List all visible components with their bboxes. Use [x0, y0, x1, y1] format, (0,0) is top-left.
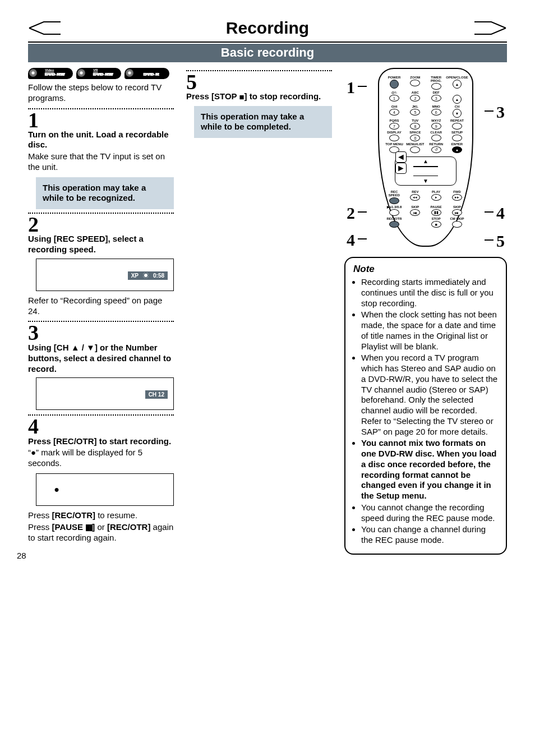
- enter-button[interactable]: ●: [452, 146, 462, 153]
- header-band: Recording: [28, 17, 507, 39]
- remote-callout-4-left: 4: [347, 231, 355, 250]
- key-0[interactable]: 0: [410, 135, 420, 141]
- note-list: Recording starts immediately and continu…: [353, 277, 498, 546]
- middle-column: 5 Press [STOP ■] to stop recording. This…: [186, 68, 332, 555]
- step-4-display: ●: [36, 473, 174, 506]
- x13-button[interactable]: [389, 209, 399, 216]
- ch-label: CH: [455, 105, 460, 108]
- return-button[interactable]: ↺: [431, 146, 441, 153]
- rec-speed-chip: XP 0:58: [128, 271, 168, 280]
- remote-illustration: 1 2 4 3 4 5 POWER ZOOM TIMER PROG.: [361, 68, 490, 247]
- note-heading: Note: [353, 264, 498, 275]
- key-3[interactable]: 3: [431, 95, 441, 102]
- step-4-title: Press [REC/OTR] to start recording.: [28, 436, 174, 447]
- note-item: When the clock setting has not been made…: [361, 310, 498, 352]
- timer-prog-button[interactable]: [431, 83, 441, 90]
- stop-button[interactable]: ■: [431, 221, 441, 228]
- pause-button[interactable]: ▮▮: [431, 209, 441, 216]
- skip-back-button[interactable]: ⏮: [410, 209, 420, 216]
- arrow-right-icon: [473, 21, 507, 35]
- key-2[interactable]: 2: [410, 95, 420, 102]
- repeat-label: REPEAT: [450, 119, 464, 122]
- menu-list-button[interactable]: [410, 146, 420, 153]
- rev-button[interactable]: ◂◂: [410, 194, 420, 201]
- dpad-right-button[interactable]: ►: [395, 163, 407, 174]
- content-columns: Video DVD-RW VR DVD-RW DVD-R Follow the …: [28, 68, 507, 555]
- remote-callout-4-right: 4: [496, 204, 505, 223]
- key-4[interactable]: 4: [389, 109, 399, 116]
- divider: [28, 108, 174, 109]
- left-column: Video DVD-RW VR DVD-RW DVD-R Follow the …: [28, 68, 174, 555]
- step-2-after: Refer to “Recording speed” on page 24.: [28, 296, 174, 317]
- play-button[interactable]: ▸: [431, 194, 441, 201]
- step-1-number: 1: [28, 110, 174, 130]
- skip-fwd-button[interactable]: ⏭: [452, 209, 462, 216]
- cm-skip-button[interactable]: [452, 221, 462, 228]
- pause-icon: ▮▮: [85, 522, 92, 533]
- page-number: 28: [17, 551, 26, 560]
- note-item: You cannot change the recording speed du…: [361, 503, 498, 524]
- ch-up-button[interactable]: ▲: [453, 95, 462, 104]
- remote-body: POWER ZOOM TIMER PROG. OPEN/CLOSE▲ @!:1 …: [378, 68, 473, 247]
- rec-otr-button[interactable]: [389, 221, 399, 228]
- clear-button[interactable]: [431, 135, 441, 141]
- key-1[interactable]: 1: [389, 95, 399, 102]
- fwd-button[interactable]: ▸▸: [452, 194, 462, 201]
- key-5[interactable]: 5: [410, 109, 420, 116]
- key-7[interactable]: 7: [389, 123, 399, 130]
- note-item: You can change a channel during the REC …: [361, 524, 498, 546]
- ch-up-label: [456, 91, 458, 94]
- badge-dvd-r: DVD-R: [124, 68, 169, 79]
- display-button[interactable]: [389, 135, 399, 141]
- remote-callout-2: 2: [347, 204, 355, 223]
- step-3-display: CH 12: [36, 377, 174, 410]
- step-5-title: Press [STOP ■] to stop recording.: [186, 91, 332, 102]
- page-title: Recording: [28, 17, 507, 39]
- step-3-number: 3: [28, 323, 174, 342]
- open-close-label: OPEN/CLOSE: [446, 76, 468, 79]
- stop-icon: ■: [239, 92, 245, 103]
- step-3-title: Using [CH ▲ / ▼] or the Number buttons, …: [28, 343, 174, 375]
- divider: [28, 42, 507, 43]
- step-4-resume: Press [REC/OTR] to resume. Press [PAUSE …: [28, 510, 174, 543]
- zoom-label: ZOOM: [410, 76, 420, 79]
- right-column: 1 2 4 3 4 5 POWER ZOOM TIMER PROG.: [344, 68, 507, 555]
- down-triangle-icon: ▼: [86, 343, 95, 353]
- step-2-number: 2: [28, 215, 174, 234]
- note-item: Recording starts immediately and continu…: [361, 277, 498, 308]
- rec-speed-button[interactable]: [389, 197, 399, 204]
- step-1-callout: This operation may take a while to be re…: [36, 177, 174, 210]
- step-2-title: Using [REC SPEED], select a recording sp…: [28, 234, 174, 255]
- step-2-display: XP 0:58: [36, 259, 174, 291]
- power-button[interactable]: [390, 80, 399, 89]
- dpad-left-button[interactable]: ◄: [395, 151, 407, 163]
- repeat-button[interactable]: [452, 123, 462, 130]
- section-subtitle: Basic recording: [28, 44, 507, 62]
- key-9[interactable]: 9: [431, 123, 441, 130]
- step-5-number: 5: [186, 72, 332, 91]
- remote-callout-5: 5: [496, 232, 505, 251]
- step-5-callout: This operation may take a while to be co…: [194, 106, 332, 139]
- remote-callout-3: 3: [496, 103, 505, 122]
- step-1-title: Turn on the unit. Load a recordable disc…: [28, 130, 174, 151]
- disc-icon: [143, 273, 149, 278]
- dpad-down-icon: ▼: [423, 178, 428, 184]
- setup-button[interactable]: [452, 135, 462, 141]
- key-6[interactable]: 6: [431, 109, 441, 116]
- step-4-body: “●” mark will be displayed for 5 seconds…: [28, 448, 174, 469]
- dpad[interactable]: ▲ ▼ ◄ ►: [395, 156, 456, 186]
- zoom-button[interactable]: [410, 80, 420, 86]
- power-label: POWER: [388, 76, 401, 79]
- ch-down-button[interactable]: ▼: [453, 109, 462, 118]
- note-item: You cannot mix two formats on one DVD-RW…: [361, 438, 498, 501]
- manual-page: Recording Basic recording Video DVD-RW V…: [0, 0, 535, 566]
- timer-label: TIMER PROG.: [427, 76, 446, 82]
- note-box: Note Recording starts immediately and co…: [344, 257, 507, 555]
- up-triangle-icon: ▲: [71, 343, 80, 353]
- open-close-button[interactable]: ▲: [453, 80, 462, 89]
- divider: [186, 70, 332, 71]
- key-8[interactable]: 8: [410, 123, 420, 130]
- badge-dvd-rw-vr: VR DVD-RW: [76, 68, 121, 79]
- divider: [28, 213, 174, 214]
- divider: [28, 321, 174, 322]
